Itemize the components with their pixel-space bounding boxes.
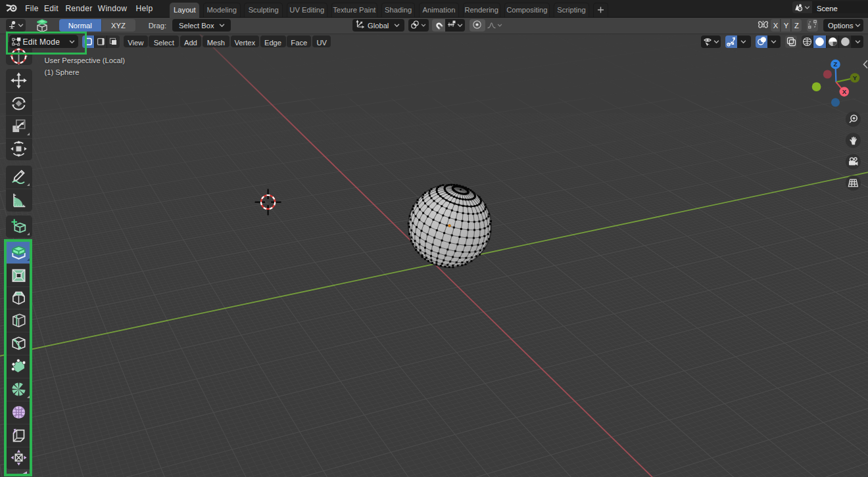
- svg-text:X: X: [842, 88, 847, 95]
- svg-text:Y: Y: [853, 74, 857, 81]
- svg-text:Z: Z: [834, 60, 838, 68]
